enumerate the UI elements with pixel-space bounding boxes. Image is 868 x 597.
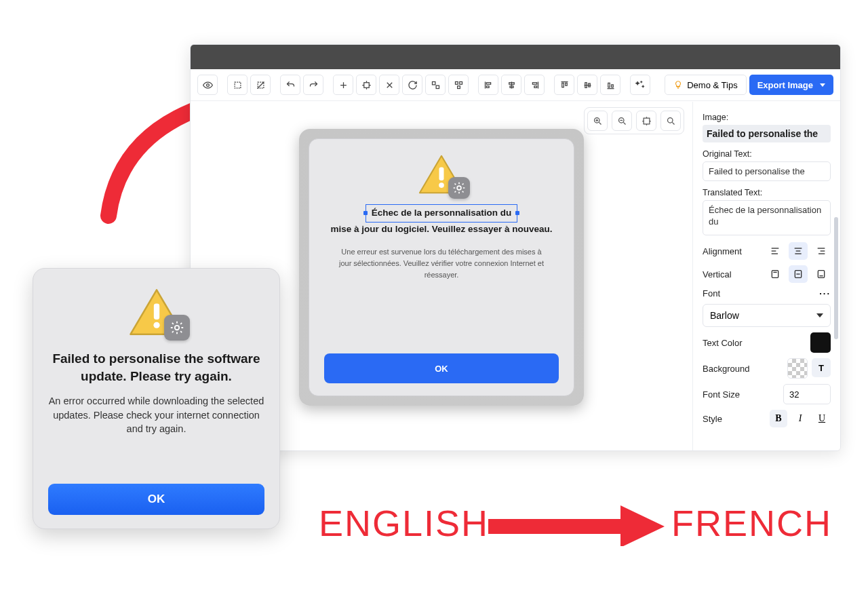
magic-button[interactable]: [630, 75, 650, 95]
select-all-button[interactable]: [227, 75, 248, 95]
svg-rect-44: [439, 168, 444, 181]
ok-button-french[interactable]: OK: [324, 353, 559, 383]
more-icon[interactable]: ···: [819, 288, 831, 298]
svg-line-42: [672, 122, 674, 124]
warning-icon: [417, 154, 466, 195]
redo-button[interactable]: [303, 75, 323, 95]
zoom-reset-button[interactable]: [660, 111, 681, 131]
svg-point-46: [457, 186, 461, 190]
preview-button[interactable]: [197, 75, 218, 95]
crop-button[interactable]: [356, 75, 376, 95]
align-bottom-button[interactable]: [600, 75, 620, 95]
dialog-title-french[interactable]: Échec de la personnalisation du mise à j…: [330, 204, 552, 237]
svg-rect-31: [608, 83, 610, 87]
text-color-swatch[interactable]: [810, 332, 831, 353]
underline-button[interactable]: U: [813, 410, 831, 427]
svg-rect-60: [818, 271, 824, 278]
align-center-v-button[interactable]: [577, 75, 597, 95]
dialog-desc-english: An error occurred while downloading the …: [48, 394, 264, 436]
svg-point-41: [667, 117, 673, 123]
background-label: Background: [703, 364, 749, 374]
alignment-label: Alignment: [703, 246, 742, 256]
add-button[interactable]: [333, 75, 353, 95]
canvas-image[interactable]: Échec de la personnalisation du mise à j…: [299, 129, 584, 406]
svg-rect-10: [432, 81, 435, 84]
svg-marker-67: [620, 505, 665, 546]
top-toolbar: Demo & Tips Export Image: [191, 69, 840, 101]
app-window: Demo & Tips Export Image Éch: [190, 44, 841, 451]
font-select[interactable]: Barlow: [703, 304, 831, 327]
svg-point-45: [439, 182, 444, 188]
align-center-button[interactable]: [789, 242, 808, 260]
original-text-label: Original Text:: [703, 149, 831, 159]
zoom-out-button[interactable]: [612, 111, 632, 131]
font-label: Font: [703, 288, 720, 298]
delete-button[interactable]: [379, 75, 399, 95]
align-top-button[interactable]: [554, 75, 574, 95]
svg-rect-17: [486, 85, 489, 88]
demo-tips-button[interactable]: Demo & Tips: [665, 75, 746, 95]
demo-tips-label: Demo & Tips: [687, 80, 737, 90]
svg-rect-40: [644, 118, 650, 124]
ok-button-english[interactable]: OK: [48, 484, 264, 515]
svg-point-1: [206, 83, 209, 86]
svg-point-65: [174, 326, 178, 330]
svg-rect-7: [363, 82, 369, 88]
font-size-input[interactable]: 32: [783, 384, 831, 404]
svg-rect-11: [436, 85, 439, 88]
background-swatch[interactable]: [787, 358, 808, 379]
svg-line-34: [599, 122, 601, 124]
ungroup-button[interactable]: [448, 75, 469, 95]
svg-rect-32: [611, 84, 613, 87]
align-left-button[interactable]: [478, 75, 498, 95]
undo-button[interactable]: [280, 75, 300, 95]
export-label: Export Image: [757, 80, 813, 90]
deselect-button[interactable]: [250, 75, 271, 95]
valign-middle-button[interactable]: [789, 265, 808, 283]
align-right-button[interactable]: [812, 242, 831, 260]
style-label: Style: [703, 414, 722, 424]
gear-icon: [448, 177, 470, 199]
svg-rect-2: [235, 82, 241, 88]
svg-rect-14: [457, 85, 460, 88]
english-label: ENGLISH: [319, 502, 489, 544]
align-center-h-button[interactable]: [501, 75, 521, 95]
gear-icon: [164, 315, 190, 341]
svg-rect-23: [534, 85, 536, 88]
warning-icon: [127, 288, 186, 336]
svg-rect-12: [455, 81, 458, 84]
svg-rect-63: [153, 303, 159, 319]
zoom-fit-button[interactable]: [636, 111, 656, 131]
panel-scrollbar[interactable]: [834, 109, 838, 444]
align-left-button[interactable]: [766, 242, 785, 260]
chevron-down-icon: [820, 83, 825, 87]
dialog-french: Échec de la personnalisation du mise à j…: [309, 138, 574, 396]
refresh-button[interactable]: [402, 75, 422, 95]
selected-text-box[interactable]: Échec de la personnalisation du: [366, 204, 517, 223]
french-label: FRENCH: [671, 502, 832, 544]
translated-text-input[interactable]: Échec de la personnalisation du: [703, 200, 831, 235]
group-button[interactable]: [425, 75, 446, 95]
text-color-label: Text Color: [703, 338, 743, 348]
align-right-button[interactable]: [524, 75, 545, 95]
export-image-button[interactable]: Export Image: [749, 75, 833, 95]
svg-rect-26: [565, 83, 567, 85]
svg-rect-25: [561, 83, 564, 87]
bold-button[interactable]: B: [770, 410, 787, 427]
zoom-in-button[interactable]: [587, 111, 608, 131]
dialog-title-english: Failed to personalise the software updat…: [48, 350, 264, 385]
dialog-english: Failed to personalise the software updat…: [33, 268, 280, 529]
chevron-down-icon: [816, 313, 823, 317]
image-title: Failed to personalise the: [703, 125, 831, 142]
image-label: Image:: [703, 113, 831, 122]
italic-button[interactable]: I: [791, 410, 809, 427]
lightbulb-icon: [673, 80, 683, 90]
straight-arrow: [488, 505, 665, 546]
valign-bottom-button[interactable]: [812, 265, 831, 283]
svg-point-64: [153, 322, 159, 328]
svg-rect-56: [772, 271, 778, 278]
zoom-controls: [584, 107, 684, 134]
background-text-button[interactable]: T: [812, 358, 831, 377]
valign-top-button[interactable]: [766, 265, 785, 283]
svg-line-4: [257, 81, 264, 88]
